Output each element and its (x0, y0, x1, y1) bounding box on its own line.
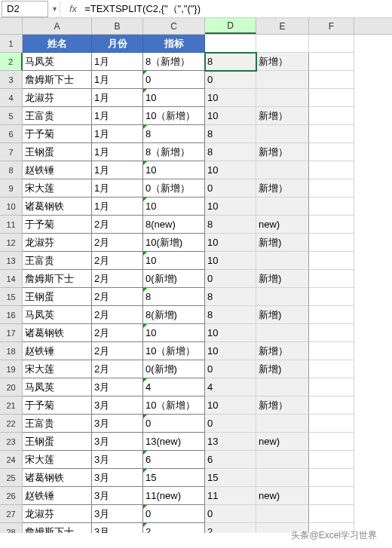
cell[interactable]: 0 (205, 270, 256, 288)
col-header-A[interactable]: A (23, 18, 92, 34)
cell[interactable] (309, 378, 354, 396)
cell[interactable] (256, 324, 309, 342)
cell[interactable]: 宋大莲 (23, 451, 92, 469)
cell[interactable] (256, 161, 309, 179)
cell[interactable]: 0 (205, 415, 256, 433)
cell[interactable]: 2 (205, 523, 256, 533)
cell[interactable] (309, 469, 354, 487)
cell[interactable] (309, 360, 354, 378)
cell[interactable]: 3月 (92, 487, 143, 505)
row-header[interactable]: 27 (0, 505, 23, 523)
cell[interactable]: 10 (205, 252, 256, 270)
cell[interactable]: 0 (143, 415, 205, 433)
cell[interactable] (309, 433, 354, 451)
cell[interactable] (309, 324, 354, 342)
col-header-E[interactable]: E (256, 18, 309, 34)
cell[interactable] (309, 143, 354, 161)
cell[interactable]: 于予菊 (23, 125, 92, 143)
spreadsheet-grid[interactable]: A B C D E F 1姓名月份指标2马凤英1月8（新增）8新增）3詹姆斯下士… (0, 18, 392, 533)
cell[interactable] (309, 71, 354, 89)
row-header[interactable]: 8 (0, 161, 23, 179)
cell[interactable]: 10 (205, 396, 256, 415)
cell[interactable]: 8 (205, 125, 256, 143)
cell[interactable]: 4 (143, 378, 205, 396)
row-header[interactable]: 16 (0, 306, 23, 324)
cell[interactable]: 赵铁锤 (23, 487, 92, 505)
row-header[interactable]: 10 (0, 197, 23, 216)
cell[interactable]: 10 (143, 89, 205, 107)
cell[interactable]: 8 (143, 288, 205, 306)
cell[interactable]: 10 (205, 107, 256, 125)
cell[interactable] (205, 35, 256, 53)
cell[interactable]: 2月 (92, 270, 143, 288)
cell[interactable]: 8 (205, 306, 256, 324)
cell[interactable]: 龙淑芬 (23, 234, 92, 252)
cell[interactable] (309, 89, 354, 107)
cell[interactable]: 新增) (256, 306, 309, 324)
cell[interactable] (256, 451, 309, 469)
cell[interactable]: 1月 (92, 53, 143, 71)
cell[interactable] (309, 53, 354, 71)
cell[interactable]: 2月 (92, 234, 143, 252)
cell[interactable] (256, 252, 309, 270)
cell[interactable]: 6 (143, 451, 205, 469)
cell[interactable]: 0（新增） (143, 179, 205, 197)
cell[interactable]: 王钢蛋 (23, 288, 92, 306)
row-header[interactable]: 15 (0, 288, 23, 306)
cell[interactable] (309, 179, 354, 197)
cell[interactable]: 龙淑芬 (23, 89, 92, 107)
cell[interactable]: 10 (205, 161, 256, 179)
cell[interactable]: 6 (205, 451, 256, 469)
cell[interactable]: 13(new) (143, 433, 205, 451)
cell[interactable]: new) (256, 487, 309, 505)
cell[interactable]: 11(new) (143, 487, 205, 505)
cell[interactable] (309, 161, 354, 179)
row-header[interactable]: 9 (0, 179, 23, 197)
row-header[interactable]: 3 (0, 71, 23, 89)
cell[interactable] (256, 197, 309, 216)
cell[interactable] (256, 505, 309, 523)
cell[interactable]: 詹姆斯下士 (23, 523, 92, 533)
row-header[interactable]: 17 (0, 324, 23, 342)
cell[interactable] (256, 378, 309, 396)
cell[interactable]: 1月 (92, 125, 143, 143)
row-header[interactable]: 11 (0, 216, 23, 234)
row-header[interactable]: 26 (0, 487, 23, 505)
cell[interactable]: 2月 (92, 288, 143, 306)
cell[interactable] (309, 306, 354, 324)
cell[interactable]: new) (256, 433, 309, 451)
cell[interactable]: 3月 (92, 433, 143, 451)
header-cell[interactable]: 指标 (143, 35, 205, 53)
header-cell[interactable]: 姓名 (23, 35, 92, 53)
cell[interactable]: 新增） (256, 107, 309, 125)
cell[interactable]: 新增） (256, 179, 309, 197)
cell[interactable] (256, 288, 309, 306)
cell[interactable]: 4 (205, 378, 256, 396)
cell[interactable]: 宋大莲 (23, 179, 92, 197)
cell[interactable]: 新增） (256, 342, 309, 360)
cell[interactable] (309, 197, 354, 216)
cell[interactable]: 10（新增） (143, 396, 205, 415)
row-header[interactable]: 1 (0, 35, 23, 53)
cell[interactable]: new) (256, 216, 309, 234)
cell[interactable]: 2月 (92, 252, 143, 270)
cell[interactable]: 8 (205, 143, 256, 161)
row-header[interactable]: 14 (0, 270, 23, 288)
cell[interactable]: 2 (143, 523, 205, 533)
cell[interactable] (309, 234, 354, 252)
cell[interactable]: 8 (205, 288, 256, 306)
cell[interactable]: 新增) (256, 360, 309, 378)
row-header[interactable]: 23 (0, 433, 23, 451)
cell[interactable]: 詹姆斯下士 (23, 270, 92, 288)
row-header[interactable]: 19 (0, 360, 23, 378)
cell[interactable]: 10 (143, 161, 205, 179)
cell[interactable] (309, 451, 354, 469)
row-header[interactable]: 2 (0, 53, 23, 71)
cell[interactable] (309, 107, 354, 125)
cell[interactable] (309, 270, 354, 288)
row-header[interactable]: 22 (0, 415, 23, 433)
cell[interactable] (256, 125, 309, 143)
cell[interactable]: 宋大莲 (23, 360, 92, 378)
cell[interactable]: 0 (205, 179, 256, 197)
cell[interactable]: 诸葛钢铁 (23, 197, 92, 216)
